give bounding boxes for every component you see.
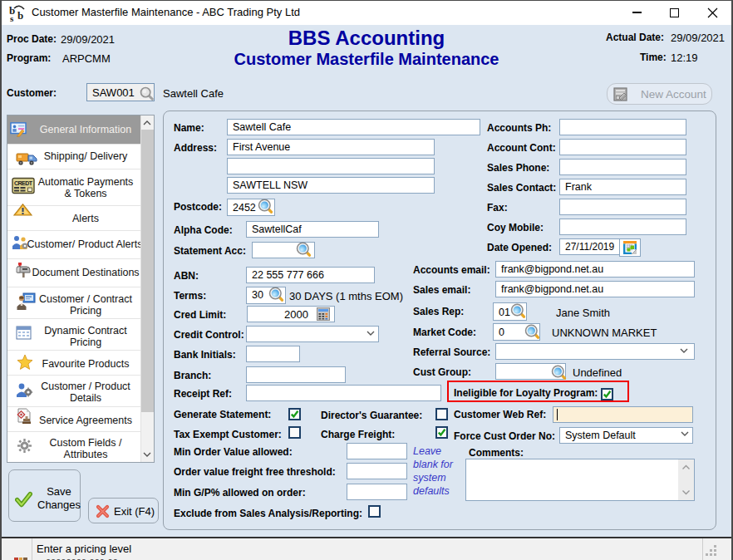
svg-text:s: s <box>10 13 14 23</box>
svg-text:b: b <box>17 9 23 22</box>
svg-text:CREDT: CREDT <box>14 180 33 186</box>
